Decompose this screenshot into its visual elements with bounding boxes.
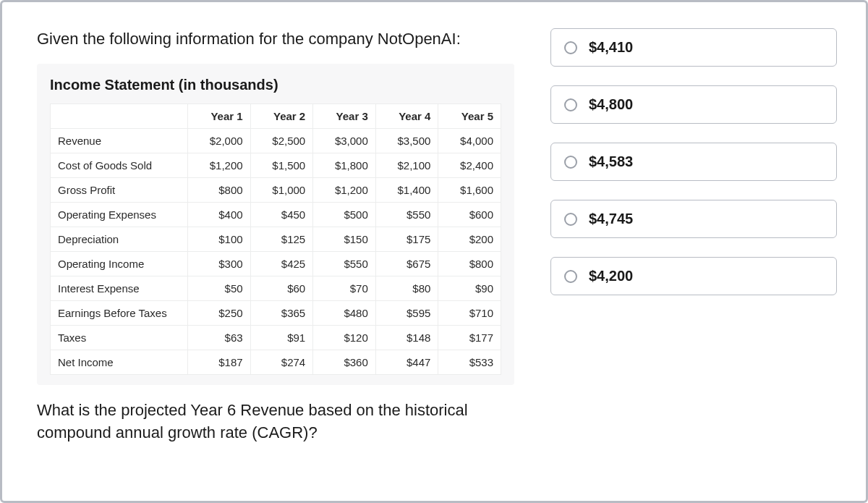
table-row: Taxes$63$91$120$148$177	[51, 325, 501, 350]
table-cell: $100	[188, 227, 251, 251]
table-header-cell: Year 2	[250, 103, 313, 128]
table-row: Operating Expenses$400$450$500$550$600	[51, 202, 501, 227]
table-cell: $60	[250, 276, 313, 300]
table-cell: $800	[438, 251, 501, 276]
answer-option[interactable]: $4,745	[550, 200, 837, 238]
table-cell: $125	[250, 227, 313, 251]
table-cell: $1,500	[250, 153, 313, 177]
table-cell: $3,000	[313, 128, 376, 153]
table-cell: $177	[438, 325, 501, 350]
table-cell: $50	[188, 276, 251, 300]
table-cell: $120	[313, 325, 376, 350]
table-cell: $3,500	[375, 128, 438, 153]
radio-icon	[564, 156, 577, 169]
table-cell: $150	[313, 227, 376, 251]
table-cell: $2,400	[438, 153, 501, 177]
content-wrapper: Given the following information for the …	[2, 2, 866, 501]
table-cell: $600	[438, 202, 501, 227]
row-label: Depreciation	[51, 227, 188, 251]
row-label: Operating Income	[51, 251, 188, 276]
table-header-cell: Year 4	[375, 103, 438, 128]
table-cell: $595	[375, 300, 438, 325]
table-cell: $250	[188, 300, 251, 325]
answer-label: $4,745	[589, 211, 633, 227]
table-cell: $1,200	[188, 153, 251, 177]
answers-column: $4,410$4,800$4,583$4,745$4,200	[550, 28, 837, 479]
table-cell: $450	[250, 202, 313, 227]
table-cell: $1,600	[438, 177, 501, 202]
question-text: What is the projected Year 6 Revenue bas…	[37, 400, 514, 444]
table-row: Depreciation$100$125$150$175$200	[51, 227, 501, 251]
table-cell: $533	[438, 350, 501, 374]
table-cell: $90	[438, 276, 501, 300]
table-cell: $1,000	[250, 177, 313, 202]
table-cell: $400	[188, 202, 251, 227]
table-header-cell: Year 3	[313, 103, 376, 128]
answer-option[interactable]: $4,800	[550, 85, 837, 124]
table-cell: $148	[375, 325, 438, 350]
row-label: Gross Profit	[51, 177, 188, 202]
row-label: Taxes	[51, 325, 188, 350]
table-cell: $187	[188, 350, 251, 374]
table-cell: $80	[375, 276, 438, 300]
answer-option[interactable]: $4,410	[550, 28, 837, 67]
table-cell: $200	[438, 227, 501, 251]
radio-icon	[564, 270, 577, 283]
table-cell: $360	[313, 350, 376, 374]
question-card: Given the following information for the …	[0, 0, 868, 503]
table-cell: $365	[250, 300, 313, 325]
row-label: Net Income	[51, 350, 188, 374]
table-row: Revenue$2,000$2,500$3,000$3,500$4,000	[51, 128, 501, 153]
row-label: Operating Expenses	[51, 202, 188, 227]
income-statement-container: Income Statement (in thousands) Year 1 Y…	[37, 64, 514, 385]
table-cell: $1,800	[313, 153, 376, 177]
prompt-text: Given the following information for the …	[37, 28, 514, 51]
answer-label: $4,200	[589, 268, 633, 284]
table-row: Interest Expense$50$60$70$80$90	[51, 276, 501, 300]
table-header-cell	[51, 103, 188, 128]
table-cell: $500	[313, 202, 376, 227]
table-cell: $447	[375, 350, 438, 374]
row-label: Earnings Before Taxes	[51, 300, 188, 325]
table-row: Operating Income$300$425$550$675$800	[51, 251, 501, 276]
table-header-cell: Year 5	[438, 103, 501, 128]
table-cell: $550	[375, 202, 438, 227]
table-title: Income Statement (in thousands)	[50, 77, 501, 93]
radio-icon	[564, 41, 577, 54]
table-cell: $70	[313, 276, 376, 300]
table-cell: $91	[250, 325, 313, 350]
table-cell: $675	[375, 251, 438, 276]
table-cell: $2,000	[188, 128, 251, 153]
table-row: Cost of Goods Sold$1,200$1,500$1,800$2,1…	[51, 153, 501, 177]
answer-label: $4,583	[589, 153, 633, 170]
table-cell: $800	[188, 177, 251, 202]
table-header-row: Year 1 Year 2 Year 3 Year 4 Year 5	[51, 103, 501, 128]
table-header-cell: Year 1	[188, 103, 251, 128]
question-column: Given the following information for the …	[37, 28, 514, 479]
table-row: Gross Profit$800$1,000$1,200$1,400$1,600	[51, 177, 501, 202]
table-cell: $175	[375, 227, 438, 251]
table-row: Earnings Before Taxes$250$365$480$595$71…	[51, 300, 501, 325]
table-cell: $300	[188, 251, 251, 276]
table-cell: $425	[250, 251, 313, 276]
answer-option[interactable]: $4,200	[550, 257, 837, 295]
table-cell: $1,400	[375, 177, 438, 202]
table-cell: $274	[250, 350, 313, 374]
row-label: Cost of Goods Sold	[51, 153, 188, 177]
answer-label: $4,800	[589, 96, 633, 113]
table-cell: $63	[188, 325, 251, 350]
row-label: Interest Expense	[51, 276, 188, 300]
table-cell: $480	[313, 300, 376, 325]
table-cell: $710	[438, 300, 501, 325]
table-cell: $2,500	[250, 128, 313, 153]
row-label: Revenue	[51, 128, 188, 153]
table-cell: $2,100	[375, 153, 438, 177]
answer-option[interactable]: $4,583	[550, 143, 837, 181]
radio-icon	[564, 213, 577, 226]
radio-icon	[564, 98, 577, 111]
income-statement-table: Year 1 Year 2 Year 3 Year 4 Year 5 Reven…	[50, 103, 501, 375]
table-cell: $4,000	[438, 128, 501, 153]
table-cell: $1,200	[313, 177, 376, 202]
answer-label: $4,410	[589, 39, 633, 56]
table-row: Net Income$187$274$360$447$533	[51, 350, 501, 374]
